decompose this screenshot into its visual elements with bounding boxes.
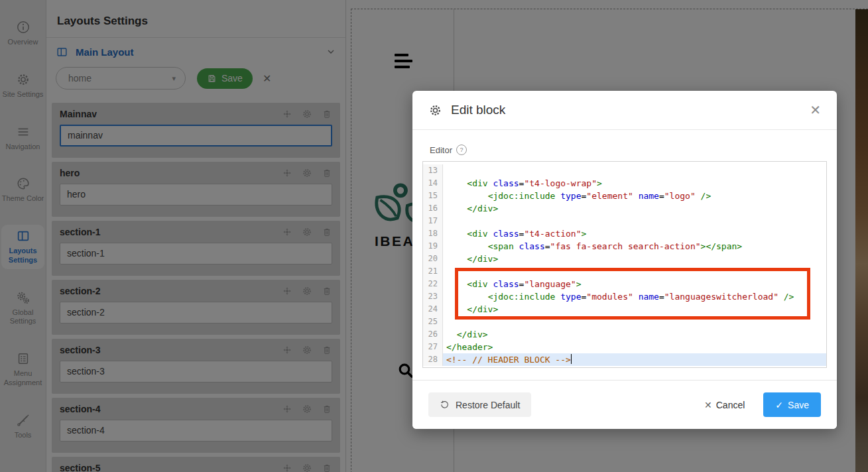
check-icon: ✓ [775,400,783,410]
line-number: 22 [423,278,443,290]
line-number: 25 [423,316,443,328]
line-number: 15 [423,190,443,202]
line-number: 16 [423,202,443,215]
code-line[interactable]: 20 </div> [423,253,826,265]
line-number: 17 [423,215,443,227]
editor-field-label: Editor [430,145,452,155]
modal-save-button[interactable]: ✓ Save [763,392,821,417]
line-number: 27 [423,341,443,353]
modal-close-icon[interactable]: ✕ [810,103,821,117]
code-line[interactable]: 17 [423,215,826,227]
code-line[interactable]: 21 [423,265,826,278]
modal-header: Edit block ✕ [412,91,837,130]
text-cursor [571,354,572,364]
line-number: 26 [423,328,443,341]
code-line[interactable]: 26 </div> [423,328,826,341]
line-number: 14 [423,177,443,190]
code-line[interactable]: 16 </div> [423,202,826,215]
code-line[interactable]: 15 <jdoc:include type="element" name="lo… [423,190,826,202]
restore-icon [440,400,450,410]
line-number: 19 [423,240,443,253]
code-editor[interactable]: 1314 <div class="t4-logo-wrap">15 <jdoc:… [422,161,827,368]
line-number: 21 [423,265,443,278]
modal-title: Edit block [451,103,505,117]
modal-footer: Restore Default ✕ Cancel ✓ Save [412,380,837,429]
line-number: 28 [423,353,443,366]
app-window: OverviewSite SettingsNavigationTheme Col… [0,0,868,472]
line-number: 20 [423,253,443,265]
code-line[interactable]: 18 <div class="t4-action"> [423,227,826,240]
gear-icon [428,103,442,117]
code-line[interactable]: 24 </div> [423,303,826,316]
code-line[interactable]: 27</header> [423,341,826,353]
code-line[interactable]: 14 <div class="t4-logo-wrap"> [423,177,826,190]
code-line[interactable]: 25 [423,316,826,328]
line-number: 18 [423,227,443,240]
cancel-button[interactable]: ✕ Cancel [704,400,745,410]
code-line[interactable]: 19 <span class="fas fa-search search-act… [423,240,826,253]
code-line[interactable]: 13 [423,164,826,177]
restore-default-button[interactable]: Restore Default [428,392,531,417]
code-line[interactable]: 28<!-- // HEADER BLOCK --> [423,353,826,366]
line-number: 13 [423,164,443,177]
modal-body: Editor ? 1314 <div class="t4-logo-wrap">… [412,145,837,368]
code-line[interactable]: 23 <jdoc:include type="modules" name="la… [423,290,826,303]
help-icon[interactable]: ? [456,145,467,155]
line-number: 23 [423,290,443,303]
x-icon: ✕ [704,400,712,410]
line-number: 24 [423,303,443,316]
edit-block-modal: Edit block ✕ Editor ? 1314 <div class="t… [412,91,837,429]
code-line[interactable]: 22 <div class="language"> [423,278,826,290]
